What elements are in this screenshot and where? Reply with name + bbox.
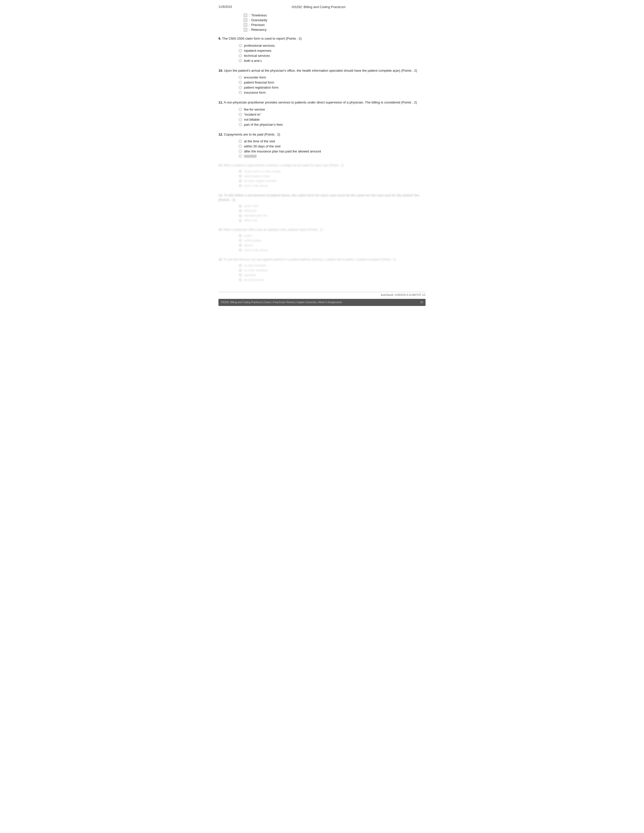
blurred-option-text: all other eligible benefits [244,179,277,183]
blurred-radio [239,209,242,212]
option-text: patient registration form [244,85,279,89]
radio-button[interactable] [239,91,242,94]
top-list: : Timeliness : Granularity : Precision :… [244,13,425,32]
blurred-option-text: billing fee [244,209,257,212]
radio-button[interactable] [239,108,242,111]
bullet-icon [244,14,247,17]
blurred-option-row: authorization codes [239,174,425,178]
radio-button[interactable] [239,154,242,158]
options-list: fee-for-service “incident to” not billab… [239,108,425,127]
radio-button[interactable] [239,59,242,62]
option-text: insurance form [244,91,266,95]
question-number: 10. [219,69,223,72]
blurred-question-text: 13. When a patient is approved for a ser… [219,163,425,167]
blurred-radio [239,239,242,242]
blurred-option-row: none of the above [239,184,425,188]
question-body: Copayments are to be paid (Points : 2) [224,132,280,136]
bullet-icon [244,23,247,27]
blurred-option-row: billing fee [239,209,425,212]
option-row[interactable]: both a and c [239,59,425,63]
option-row[interactable]: after the insurance plan has paid the al… [239,150,425,153]
radio-button[interactable] [239,49,242,52]
option-text: not billable [244,117,259,121]
option-row[interactable]: insurance form [239,91,425,95]
page-footer: AutoSaved: 11/8/2016 9:10 AM PST 1/1 [219,292,425,296]
blurred-options-list: acute care billing fee standard plan fee… [239,204,425,222]
radio-button[interactable] [239,76,242,79]
blurred-radio [239,219,242,222]
radio-button[interactable] [239,118,242,121]
blurred-option-text: office visit [244,219,257,222]
radio-button[interactable] [239,81,242,84]
option-text: encounter form [244,76,266,79]
option-row[interactable]: patient registration form [239,85,425,89]
blurred-radio [239,248,242,252]
option-row[interactable]: fee-for-service [239,108,425,111]
blurred-option-row: no other standard [239,269,425,272]
blurred-radio [239,179,242,182]
question-16-blurred: 16. To use lists that you can use agains… [219,257,425,282]
page-header: 11/8/2016 HS292: Billing and Coding Prac… [219,5,425,9]
option-text: professional services [244,43,275,47]
blurred-option-row: Acute care in a new charge [239,170,425,173]
option-row[interactable]: not billable [239,117,425,121]
option-row[interactable]: technical services [239,54,425,58]
blurred-option-row: no data included [239,264,425,267]
radio-button[interactable] [239,123,242,126]
blurred-question-text: 15. When a physician office uses an upda… [219,228,425,232]
blurred-option-text: none of the above [244,248,268,252]
question-body: A non-physician practitioner provides se… [224,100,417,104]
list-item: : Relevancy [244,28,425,32]
blurred-radio [239,170,242,173]
question-number: 11. [219,100,223,104]
bullet-icon [244,18,247,22]
blurred-option-text: none of the above [244,184,268,188]
options-list: encounter form patient financial form pa… [239,76,425,95]
option-text: both a and c [244,59,262,63]
option-row[interactable]: inpatient expenses [239,49,425,53]
list-item-label: Relevancy [251,28,267,32]
blurred-option-text: Acute care in a new charge [244,170,280,173]
options-list: professional services inpatient expenses… [239,43,425,63]
option-row[interactable] [239,154,425,158]
radio-button[interactable] [239,150,242,153]
option-row[interactable]: “incident to” [239,113,425,116]
option-row[interactable]: encounter form [239,76,425,79]
blurred-radio [239,264,242,267]
bottom-navigation-bar: HS292: Billing and Coding Practicum | Ex… [219,299,425,306]
radio-button[interactable] [239,140,242,143]
option-row[interactable]: part of the physician’s fees [239,123,425,127]
radio-button[interactable] [239,86,242,89]
list-item: : Timeliness [244,13,425,17]
question-text: 9. The CMS-1500 claim form is used to re… [219,36,425,41]
question-text: 10. Upon the patient's arrival at the ph… [219,68,425,73]
blurred-option-row: acute care [239,204,425,208]
list-item-label: Granularity [251,18,267,22]
option-row[interactable]: at the time of the visit [239,139,425,143]
option-row[interactable]: within 30 days of the visit [239,145,425,148]
blurred-option-row: standard [239,273,425,277]
blurred-question-text: 16. To use lists that you can use agains… [219,257,425,262]
radio-button[interactable] [239,145,242,148]
option-row[interactable]: patient financial form [239,80,425,84]
blurred-option-text: data to [244,244,253,247]
radio-button[interactable] [239,54,242,57]
list-item-label: Precision [251,23,265,27]
radio-button[interactable] [239,44,242,47]
blurred-options-list: codes authorization data to none of the … [239,234,425,252]
blurred-option-row: standard plan fee [239,214,425,217]
question-9: 9. The CMS-1500 claim form is used to re… [219,36,425,63]
option-row[interactable]: professional services [239,43,425,47]
blurred-option-text: no data included [244,264,266,267]
blurred-radio [239,278,242,281]
blurred-radio [239,204,242,208]
question-13-blurred: 13. When a patient is approved for a ser… [219,163,425,188]
blurred-option-text: no other standard [244,269,268,272]
radio-button[interactable] [239,113,242,116]
blurred-radio [239,269,242,272]
question-number: 12. [219,132,223,136]
question-text: 11. A non-physician practitioner provide… [219,100,425,105]
question-15-blurred: 15. When a physician office uses an upda… [219,228,425,252]
option-text: part of the physician’s fees [244,123,283,127]
question-14-blurred: 14. To bill within a set amount of patie… [219,193,425,222]
